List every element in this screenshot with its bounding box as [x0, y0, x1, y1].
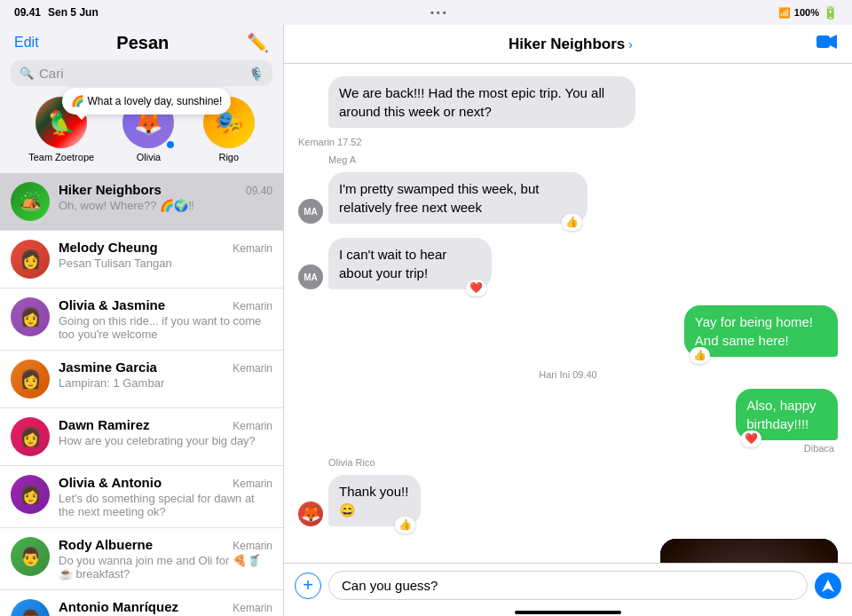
- compose-button[interactable]: ✏️: [247, 32, 269, 53]
- conv-avatar-melody: 👩: [11, 240, 50, 279]
- reaction-meg-1: 👍: [562, 214, 582, 231]
- search-input[interactable]: [39, 66, 243, 81]
- conv-avatar-antonio: 👨: [11, 599, 50, 616]
- edit-button[interactable]: Edit: [14, 35, 39, 51]
- sidebar: Edit Pesan ✏️ 🔍 🎙️ 🌈 What a lovely day, …: [0, 25, 284, 616]
- msg-bubble-olivia-1: Thank you!! 😄 👍: [328, 475, 421, 526]
- add-attachment-button[interactable]: +: [295, 573, 321, 599]
- battery-display: 100%: [794, 7, 819, 18]
- timestamp-today: Hari Ini 09.40: [298, 369, 838, 380]
- conv-time-olivia-antonio: Kemarin: [233, 478, 272, 490]
- chat-area: Hiker Neighbors › We are back!!! Had the…: [284, 25, 852, 616]
- reaction-olivia-1: 👍: [395, 517, 415, 533]
- pinned-item-team[interactable]: 🌈 What a lovely day, sunshine! 🦜 6 Team …: [28, 97, 94, 162]
- sidebar-header: Edit Pesan ✏️: [0, 25, 283, 57]
- conv-item-dawn[interactable]: 👩 Dawn Ramirez Kemarin How are you celeb…: [0, 408, 283, 466]
- msg-wrapper-meg-2: MA I can't wait to hear about your trip!…: [298, 236, 838, 291]
- sender-name-meg: Meg A: [328, 154, 838, 165]
- msg-avatar-meg-2: MA: [298, 265, 323, 289]
- sidebar-title: Pesan: [116, 33, 169, 53]
- search-bar[interactable]: 🔍 🎙️: [11, 60, 272, 86]
- msg-bubble-sent-1: Yay for being home! And same here! 👍: [684, 305, 838, 357]
- send-icon: [822, 580, 834, 592]
- conv-info-olivia-antonio: Olivia & Antonio Kemarin Let's do someth…: [59, 475, 272, 518]
- pinned-name-team: Team Zoetrope: [28, 152, 94, 162]
- svg-marker-2: [822, 580, 834, 592]
- reaction-sent-2: ❤️: [741, 430, 761, 447]
- messages-container: We are back!!! Had the most epic trip. Y…: [284, 64, 852, 563]
- msg-avatar-meg: MA: [298, 199, 323, 224]
- msg-wrapper-sent-2: Also, happy birthday!!!! ❤️ Dibaca: [298, 387, 838, 454]
- msg-bubble-meg-2: I can't wait to hear about your trip! ❤️: [328, 238, 492, 289]
- conv-avatar-olivia-antonio: 👩: [11, 475, 50, 514]
- conv-time-jasmine: Kemarin: [233, 362, 272, 375]
- conv-info-rody: Rody Albuerne Kemarin Do you wanna join …: [59, 537, 272, 580]
- blue-dot-olivia: [167, 141, 174, 148]
- pinned-avatar-team: 🌈 What a lovely day, sunshine! 🦜 6: [36, 97, 87, 148]
- message-input[interactable]: [328, 571, 808, 600]
- conv-preview-jasmine: Lampiran: 1 Gambar: [59, 376, 272, 390]
- conv-name-rody: Rody Albuerne: [59, 537, 153, 552]
- conv-item-hiker-neighbors[interactable]: 🏕️ Hiker Neighbors 09.40 Oh, wow! Where?…: [0, 173, 283, 231]
- msg-wrapper-meg-1: MA I'm pretty swamped this week, but rel…: [298, 170, 838, 225]
- msg-bubble-sent-2: Also, happy birthday!!!! ❤️: [736, 389, 838, 440]
- conv-name-olivia-jasmine: Olivia & Jasmine: [59, 297, 165, 312]
- chat-title-container[interactable]: Hiker Neighbors ›: [509, 36, 633, 53]
- status-center: • • •: [430, 7, 446, 18]
- conv-preview-rody: Do you wanna join me and Oli for 🍕🥤☕ bre…: [59, 554, 272, 580]
- conv-info-hiker: Hiker Neighbors 09.40 Oh, wow! Where?? 🌈…: [59, 182, 272, 212]
- conv-item-olivia-antonio[interactable]: 👩 Olivia & Antonio Kemarin Let's do some…: [0, 466, 283, 528]
- home-indicator: [515, 611, 621, 614]
- conv-name-jasmine: Jasmine Garcia: [59, 359, 157, 375]
- reaction-meg-2: ❤️: [466, 280, 486, 296]
- msg-avatar-olivia: 🦊: [298, 501, 323, 526]
- wifi-icon: 📶: [778, 7, 791, 19]
- conv-preview-olivia-jasmine: Going on this ride... if you want to com…: [59, 314, 272, 341]
- conv-time-melody: Kemarin: [233, 242, 272, 255]
- pinned-name-rigo: Rigo: [218, 152, 239, 162]
- svg-marker-1: [830, 35, 837, 49]
- conv-item-olivia-jasmine[interactable]: 👩 Olivia & Jasmine Kemarin Going on this…: [0, 288, 283, 351]
- msg-row-meg-1: MA I'm pretty swamped this week, but rel…: [298, 172, 697, 224]
- conv-avatar-dawn: 👩: [11, 417, 50, 456]
- photo-message: [660, 539, 838, 563]
- conv-preview-dawn: How are you celebrating your big day?: [59, 434, 272, 447]
- send-button[interactable]: [815, 573, 841, 599]
- conv-preview-hiker: Oh, wow! Where?? 🌈🌍‼️: [59, 199, 272, 212]
- chat-header: Hiker Neighbors ›: [284, 25, 852, 64]
- conv-item-jasmine[interactable]: 👩 Jasmine Garcia Kemarin Lampiran: 1 Gam…: [0, 351, 283, 408]
- conv-info-dawn: Dawn Ramirez Kemarin How are you celebra…: [59, 417, 272, 447]
- time-display: 09.41: [14, 6, 41, 19]
- conv-avatar-rody: 👨: [11, 537, 50, 576]
- video-call-button[interactable]: [816, 34, 838, 54]
- chat-input-area: +: [284, 563, 852, 607]
- app-container: Edit Pesan ✏️ 🔍 🎙️ 🌈 What a lovely day, …: [0, 25, 852, 616]
- conv-time-olivia-jasmine: Kemarin: [233, 300, 272, 312]
- conv-item-rody[interactable]: 👨 Rody Albuerne Kemarin Do you wanna joi…: [0, 528, 283, 590]
- status-bar: 09.41 Sen 5 Jun • • • 📶 100% 🔋: [0, 0, 852, 25]
- conv-item-melody[interactable]: 👩 Melody Cheung Kemarin Pesan Tulisan Ta…: [0, 231, 283, 288]
- mic-icon[interactable]: 🎙️: [248, 67, 264, 81]
- read-receipt: Dibaca: [804, 443, 834, 454]
- chevron-right-icon: ›: [628, 37, 633, 51]
- status-time: 09.41 Sen 5 Jun: [14, 6, 99, 19]
- msg-row-photo: [660, 539, 838, 563]
- msg-row-sent-1: Yay for being home! And same here! 👍: [602, 305, 838, 357]
- timestamp-1: Kemarin 17.52: [298, 137, 362, 147]
- conv-name-hiker: Hiker Neighbors: [59, 182, 162, 197]
- conv-name-olivia-antonio: Olivia & Antonio: [59, 475, 162, 490]
- conv-time-hiker: 09.40: [246, 185, 272, 197]
- date-display: Sen 5 Jun: [48, 6, 99, 19]
- conv-info-melody: Melody Cheung Kemarin Pesan Tulisan Tang…: [59, 240, 272, 270]
- status-right: 📶 100% 🔋: [778, 5, 838, 20]
- msg-bubble-1: We are back!!! Had the most epic trip. Y…: [328, 76, 635, 128]
- sender-name-olivia: Olivia Rico: [328, 457, 838, 468]
- conv-item-antonio[interactable]: 👨 Antonio Manríquez Kemarin: [0, 590, 283, 616]
- conv-name-melody: Melody Cheung: [59, 240, 158, 255]
- conv-avatar-hiker: 🏕️: [11, 182, 50, 221]
- tooltip-bubble: 🌈 What a lovely day, sunshine!: [62, 88, 231, 115]
- conv-info-jasmine: Jasmine Garcia Kemarin Lampiran: 1 Gamba…: [59, 359, 272, 390]
- conv-info-olivia-jasmine: Olivia & Jasmine Kemarin Going on this r…: [59, 297, 272, 341]
- chat-title: Hiker Neighbors: [509, 36, 625, 53]
- conv-preview-melody: Pesan Tulisan Tangan: [59, 257, 272, 270]
